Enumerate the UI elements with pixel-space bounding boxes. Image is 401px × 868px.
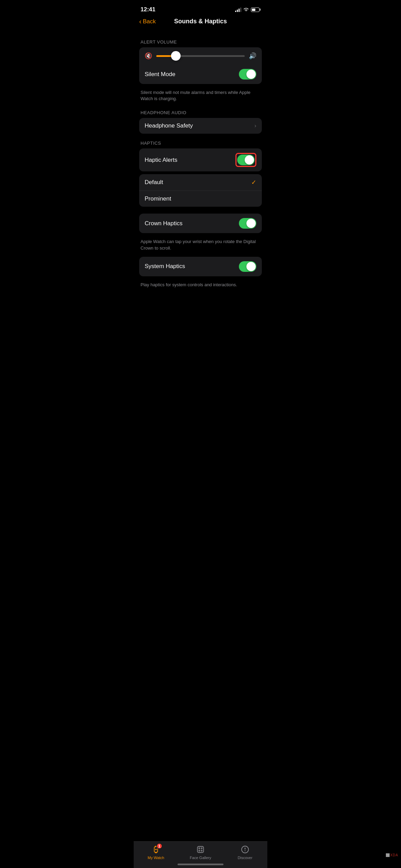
battery-icon	[251, 8, 260, 12]
system-haptics-knob	[246, 262, 256, 271]
haptic-options-card: Default ✓ Prominent	[139, 174, 262, 207]
volume-slider-track[interactable]	[156, 55, 245, 57]
main-content: ALERT VOLUME 🔇 🔊 Silent Mode Silent mode…	[134, 29, 267, 324]
system-haptics-row: System Haptics	[139, 257, 262, 276]
haptic-alerts-toggle-highlight	[235, 153, 256, 167]
silent-mode-helper: Silent mode will not mute alarms and tim…	[139, 87, 262, 103]
headphone-safety-row[interactable]: Headphone Safety ›	[139, 118, 262, 134]
status-time: 12:41	[141, 6, 155, 13]
headphone-audio-card: Headphone Safety ›	[139, 118, 262, 134]
alert-volume-label: ALERT VOLUME	[139, 39, 262, 45]
haptic-alerts-label: Haptic Alerts	[145, 157, 177, 164]
status-bar: 12:41	[134, 0, 267, 16]
volume-slider-thumb[interactable]	[171, 51, 181, 61]
crown-haptics-knob	[246, 219, 256, 228]
system-haptics-toggle[interactable]	[239, 261, 256, 272]
back-button[interactable]: ‹ Back	[139, 18, 156, 25]
volume-low-icon: 🔇	[145, 52, 152, 60]
haptic-alerts-card: Haptic Alerts	[139, 148, 262, 171]
crown-haptics-helper: Apple Watch can tap your wrist when you …	[139, 236, 262, 252]
haptic-prominent-label: Prominent	[145, 195, 171, 202]
crown-haptics-row: Crown Haptics	[139, 214, 262, 233]
headphone-safety-chevron-icon: ›	[254, 122, 256, 129]
haptic-alerts-knob	[245, 155, 254, 165]
back-chevron-icon: ‹	[139, 17, 142, 25]
wifi-icon	[243, 8, 249, 12]
back-label: Back	[143, 18, 156, 25]
alert-volume-card: 🔇 🔊 Silent Mode	[139, 47, 262, 84]
toggle-knob	[246, 70, 256, 79]
crown-haptics-card: Crown Haptics	[139, 214, 262, 233]
system-haptics-helper: Play haptics for system controls and int…	[139, 279, 262, 289]
signal-icon	[235, 7, 241, 12]
haptic-default-label: Default	[145, 179, 163, 186]
page-title: Sounds & Haptics	[174, 18, 227, 25]
volume-high-icon: 🔊	[249, 52, 256, 60]
headphone-safety-label: Headphone Safety	[145, 122, 193, 129]
haptic-default-row[interactable]: Default ✓	[139, 174, 262, 191]
haptic-alerts-toggle[interactable]	[237, 155, 255, 165]
system-haptics-card: System Haptics	[139, 257, 262, 276]
system-haptics-label: System Haptics	[145, 263, 185, 270]
crown-haptics-label: Crown Haptics	[145, 220, 183, 227]
haptics-label: HAPTICS	[139, 141, 262, 146]
volume-slider-row[interactable]: 🔇 🔊	[139, 47, 262, 64]
haptic-alerts-row: Haptic Alerts	[139, 148, 262, 171]
crown-haptics-toggle[interactable]	[239, 218, 256, 229]
haptic-default-checkmark-icon: ✓	[251, 179, 256, 186]
silent-mode-row: Silent Mode	[139, 64, 262, 84]
nav-bar: ‹ Back Sounds & Haptics	[134, 16, 267, 29]
haptic-prominent-row[interactable]: Prominent	[139, 191, 262, 207]
status-icons	[235, 7, 260, 12]
silent-mode-label: Silent Mode	[145, 71, 175, 78]
headphone-audio-label: HEADPHONE AUDIO	[139, 110, 262, 115]
silent-mode-toggle[interactable]	[239, 69, 256, 80]
